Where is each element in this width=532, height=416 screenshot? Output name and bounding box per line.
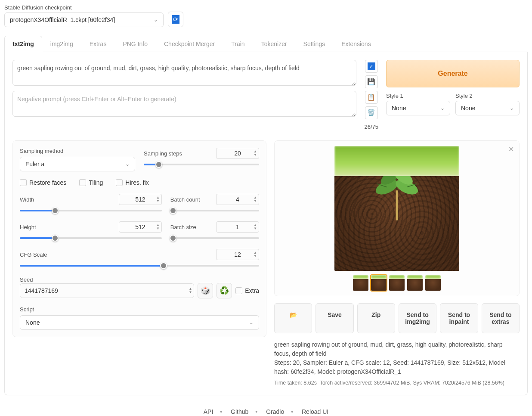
chevron-down-icon: ⌄ xyxy=(249,320,254,326)
extra-seed-checkbox[interactable]: Extra xyxy=(235,287,259,294)
clear-button[interactable]: 🗑️ xyxy=(365,106,378,119)
recycle-icon: ♻️ xyxy=(220,286,229,295)
thumbnail-3[interactable] xyxy=(407,275,423,291)
batch-size-slider[interactable] xyxy=(170,235,259,241)
footer-gradio-link[interactable]: Gradio xyxy=(266,408,284,415)
random-seed-button[interactable]: 🎲 xyxy=(198,283,213,298)
trash-icon: 🗑️ xyxy=(367,109,375,117)
main-tabs: txt2img img2img Extras PNG Info Checkpoi… xyxy=(4,36,528,52)
batch-size-input[interactable]: 1▲▼ xyxy=(216,221,259,233)
chevron-down-icon: ⌄ xyxy=(154,17,158,23)
token-counter: 26/75 xyxy=(364,124,378,130)
dice-icon: 🎲 xyxy=(201,286,210,295)
chevron-down-icon: ⌄ xyxy=(510,105,514,111)
hires-fix-checkbox[interactable]: Hires. fix xyxy=(116,179,148,186)
check-icon: ✓ xyxy=(368,62,375,70)
zip-button[interactable]: Zip xyxy=(357,303,395,333)
tab-train[interactable]: Train xyxy=(223,36,253,52)
interrogate-button[interactable]: ✓ xyxy=(365,60,378,73)
batch-count-input[interactable]: 4▲▼ xyxy=(216,194,259,205)
output-image[interactable] xyxy=(334,146,459,271)
style2-select[interactable]: None⌄ xyxy=(455,101,520,115)
tab-checkpoint-merger[interactable]: Checkpoint Merger xyxy=(156,36,223,52)
prompt-input[interactable]: green sapling rowing out of ground, mud,… xyxy=(12,60,356,86)
script-select[interactable]: None⌄ xyxy=(20,315,259,330)
negative-prompt-input[interactable] xyxy=(12,91,356,117)
height-slider[interactable] xyxy=(20,235,162,241)
footer-github-link[interactable]: Github xyxy=(231,408,248,415)
tab-pnginfo[interactable]: PNG Info xyxy=(114,36,156,52)
chevron-down-icon: ⌄ xyxy=(125,161,130,167)
checkpoint-select[interactable]: protogenX34OfficialR_1.ckpt [60fe2f34] ⌄ xyxy=(4,12,164,27)
sapling-icon xyxy=(359,176,434,224)
clipboard-icon: 📋 xyxy=(367,93,375,101)
style1-label: Style 1 xyxy=(386,93,450,99)
generation-params-text: Steps: 20, Sampler: Euler a, CFG scale: … xyxy=(274,358,520,376)
sampling-steps-input[interactable]: 20▲▼ xyxy=(216,148,259,159)
generation-prompt-text: green sapling rowing out of ground, mud,… xyxy=(274,340,520,358)
folder-icon: 📂 xyxy=(290,311,297,318)
tab-extras[interactable]: Extras xyxy=(81,36,115,52)
batch-count-slider[interactable] xyxy=(170,208,259,214)
width-slider[interactable] xyxy=(20,208,162,214)
save-button[interactable]: Save xyxy=(315,303,353,333)
sampling-method-select[interactable]: Euler a⌄ xyxy=(20,157,135,171)
height-label: Height xyxy=(20,224,36,230)
open-folder-button[interactable]: 📂 xyxy=(274,303,312,333)
send-inpaint-button[interactable]: Send to inpaint xyxy=(440,303,478,333)
batch-count-label: Batch count xyxy=(170,196,200,203)
style1-select[interactable]: None⌄ xyxy=(386,101,450,115)
seed-label: Seed xyxy=(20,276,259,283)
width-label: Width xyxy=(20,196,34,203)
tab-tokenizer[interactable]: Tokenizer xyxy=(253,36,295,52)
thumbnail-1[interactable] xyxy=(371,275,387,291)
cfg-label: CFG Scale xyxy=(20,251,47,258)
tab-extensions[interactable]: Extensions xyxy=(333,36,379,52)
close-preview-button[interactable]: ✕ xyxy=(508,145,514,153)
thumbnail-4[interactable] xyxy=(425,275,441,291)
generate-button[interactable]: Generate xyxy=(386,60,520,87)
floppy-icon: 💾 xyxy=(367,78,375,86)
send-extras-button[interactable]: Send to extras xyxy=(482,303,520,333)
footer-api-link[interactable]: API xyxy=(204,408,213,415)
restore-faces-checkbox[interactable]: Restore faces xyxy=(20,179,66,186)
refresh-checkpoint-button[interactable]: ⟳ xyxy=(168,12,183,27)
paste-button[interactable]: 📋 xyxy=(365,91,378,104)
time-taken-text: Time taken: 8.62s xyxy=(274,380,317,386)
tab-img2img[interactable]: img2img xyxy=(42,36,81,52)
sampling-method-label: Sampling method xyxy=(20,148,135,154)
footer-reload-link[interactable]: Reload UI xyxy=(302,408,328,415)
thumbnail-grid[interactable] xyxy=(353,275,368,291)
reuse-seed-button[interactable]: ♻️ xyxy=(217,283,232,298)
send-img2img-button[interactable]: Send to img2img xyxy=(399,303,436,333)
tiling-checkbox[interactable]: Tiling xyxy=(79,179,103,186)
cfg-slider[interactable] xyxy=(20,263,259,269)
checkpoint-label: Stable Diffusion checkpoint xyxy=(4,4,164,11)
tab-txt2img[interactable]: txt2img xyxy=(4,36,42,52)
sampling-steps-slider[interactable] xyxy=(144,161,259,168)
memory-text: Torch active/reserved: 3699/4702 MiB, Sy… xyxy=(320,380,504,386)
refresh-icon: ⟳ xyxy=(172,15,179,24)
batch-size-label: Batch size xyxy=(170,224,196,230)
sampling-steps-label: Sampling steps xyxy=(144,150,182,157)
cfg-input[interactable]: 12▲▼ xyxy=(216,249,259,260)
script-label: Script xyxy=(20,306,259,313)
chevron-down-icon: ⌄ xyxy=(440,105,445,111)
thumbnail-2[interactable] xyxy=(389,275,405,291)
save-preset-button[interactable]: 💾 xyxy=(365,75,378,88)
style2-label: Style 2 xyxy=(455,93,520,99)
tab-settings[interactable]: Settings xyxy=(295,36,334,52)
width-input[interactable]: 512▲▼ xyxy=(119,194,162,205)
seed-input[interactable]: 1441787169▲▼ xyxy=(20,283,194,298)
height-input[interactable]: 512▲▼ xyxy=(119,221,162,233)
